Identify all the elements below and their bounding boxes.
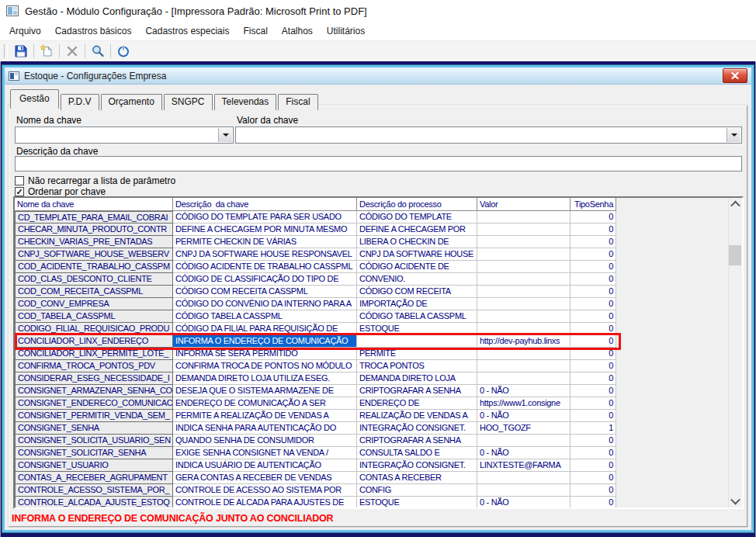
grid-cell[interactable]: 0 bbox=[570, 248, 616, 261]
grid-cell[interactable] bbox=[477, 273, 570, 286]
menu-item-fiscal[interactable]: Fiscal bbox=[236, 23, 274, 40]
grid-cell[interactable]: PERMITE bbox=[357, 348, 477, 360]
table-row[interactable]: CONSIDERAR_ESEG_NECESSIDADE_IDEMANDA DIR… bbox=[15, 372, 616, 385]
grid-cell[interactable]: QUANDO SENHA DE CONSUMIDOR bbox=[173, 435, 357, 447]
grid-cell[interactable]: COD_COM_RECEITA_CASSPML bbox=[15, 286, 173, 298]
table-row[interactable]: COD_CLAS_DESCONTO_CLIENTECÓDIGO DE CLASS… bbox=[15, 273, 616, 286]
grid-cell[interactable]: 0 bbox=[570, 435, 616, 447]
table-row[interactable]: CONTROLE_ALCADA_AJUSTE_ESTOQCONTROLE DE … bbox=[15, 497, 616, 509]
name-key-combobox[interactable] bbox=[15, 126, 234, 144]
grid-cell[interactable]: 0 bbox=[570, 360, 616, 372]
reload-checkbox[interactable]: Não recarregar a lista de parâmetro bbox=[15, 175, 175, 186]
grid-cell[interactable]: CONFIG bbox=[357, 484, 477, 497]
table-row[interactable]: CONFIRMA_TROCA_PONTOS_PDVCONFIRMA TROCA … bbox=[15, 360, 616, 372]
grid-cell[interactable]: CONVENIO. bbox=[357, 273, 477, 286]
grid-cell[interactable]: DEFINE A CHECAGEM POR MINUTA MESMO bbox=[173, 223, 357, 236]
grid-cell[interactable]: 0 bbox=[570, 286, 616, 298]
tab-fiscal[interactable]: Fiscal bbox=[278, 94, 317, 110]
grid-cell[interactable]: CONSULTA SALDO E bbox=[357, 447, 477, 459]
scroll-up-button[interactable] bbox=[729, 198, 742, 211]
grid-cell[interactable]: PERMITE CHECKIN DE VÁRIAS bbox=[173, 236, 357, 248]
grid-cell[interactable]: CONCILIADOR_LINX_ENDEREÇO bbox=[15, 335, 173, 348]
grid-cell[interactable]: CÓDIGO DO CONVÊNIO DA INTERNO PARA A bbox=[173, 298, 357, 310]
grid-cell[interactable]: CÓDIGO DO TEMPLATE PARA SER USADO bbox=[173, 211, 357, 223]
grid-cell[interactable]: 0 - NÃO bbox=[477, 385, 570, 397]
grid-column-header[interactable]: Valor bbox=[477, 198, 570, 211]
tab-gest-o[interactable]: Gestão bbox=[10, 89, 59, 109]
grid-cell[interactable]: 0 bbox=[570, 348, 616, 360]
grid-cell[interactable]: CONTAS_A_RECEBER_AGRUPAMENT bbox=[15, 472, 173, 484]
grid-cell[interactable]: LINXTESTE@FARMA bbox=[477, 459, 570, 472]
grid-cell[interactable]: http://dev-payhub.linxs bbox=[477, 335, 570, 348]
grid-cell[interactable]: COD_CLAS_DESCONTO_CLIENTE bbox=[15, 273, 173, 286]
grid-cell[interactable]: CÓDIGO TABELA CASSPML bbox=[357, 310, 477, 323]
menu-item-cadastros-básicos[interactable]: Cadastros básicos bbox=[48, 23, 139, 40]
grid-cell[interactable] bbox=[477, 323, 570, 335]
table-row[interactable]: CONSIGNET_USUARIOINDICA USUÁRIO DE AUTEN… bbox=[15, 459, 616, 472]
menu-item-cadastros-especiais[interactable]: Cadastros especiais bbox=[138, 23, 236, 40]
grid-cell[interactable]: INTEGRAÇÃO CONSIGNET. bbox=[357, 422, 477, 435]
grid-cell[interactable]: CONSIGNET_ENDERECO_COMUNICAC bbox=[15, 397, 173, 410]
grid-cell[interactable]: 0 bbox=[570, 335, 616, 348]
grid-cell[interactable] bbox=[477, 248, 570, 261]
grid-cell[interactable]: 0 bbox=[570, 211, 616, 223]
table-row[interactable]: CONCILIADOR_LINX_PERMITE_LOTE_INFORMA SE… bbox=[15, 348, 616, 360]
grid-cell[interactable]: 0 bbox=[570, 497, 616, 509]
table-row[interactable]: COD_CONV_EMPRESACÓDIGO DO CONVÊNIO DA IN… bbox=[15, 298, 616, 310]
grid-cell[interactable]: DEMANDA DIRETO LOJA UTILIZA ESEG. bbox=[173, 372, 357, 385]
grid-cell[interactable]: CNPJ_SOFTWARE_HOUSE_WEBSERV bbox=[15, 248, 173, 261]
grid-cell[interactable] bbox=[477, 484, 570, 497]
name-key-dropdown-button[interactable] bbox=[218, 128, 232, 142]
grid-cell[interactable]: CÓDIGO DO TEMPLATE bbox=[357, 211, 477, 223]
grid-cell[interactable]: CONSIGNET_SENHA bbox=[15, 422, 173, 435]
grid-cell[interactable]: CÓDIGO COM RECEITA bbox=[357, 286, 477, 298]
scrollbar-thumb[interactable] bbox=[729, 245, 741, 265]
grid-cell[interactable]: 0 bbox=[570, 310, 616, 323]
table-row[interactable]: CONSIGNET_ARMAZENAR_SENHA_CODESEJA QUE O… bbox=[15, 385, 616, 397]
table-row[interactable]: CD_TEMPLATE_PARA_EMAIL_COBRAICÓDIGO DO T… bbox=[15, 211, 616, 223]
save-button[interactable] bbox=[11, 43, 31, 60]
grid-cell[interactable]: CONSIGNET_USUARIO bbox=[15, 459, 173, 472]
reload-checkbox-box[interactable] bbox=[15, 176, 24, 185]
tab-televendas[interactable]: Televendas bbox=[214, 94, 277, 110]
table-row[interactable]: CODIGO_FILIAL_REQUISICAO_PRODUCÓDIGO DA … bbox=[15, 323, 616, 335]
toolbar-grip[interactable] bbox=[4, 44, 8, 58]
table-row[interactable]: CONTROLE_ACESSO_SISTEMA_POR_CONTROLE DE … bbox=[15, 484, 616, 497]
grid-cell[interactable]: INFORMA SE SERÁ PERMITIDO bbox=[173, 348, 357, 360]
grid-cell[interactable]: INTEGRAÇÃO CONSIGNET. bbox=[357, 459, 477, 472]
grid-cell[interactable]: 0 bbox=[570, 323, 616, 335]
delete-button[interactable] bbox=[62, 43, 82, 60]
table-row[interactable]: COD_ACIDENTE_TRABALHO_CASSPMCÓDIGO ACIDE… bbox=[15, 261, 616, 273]
grid-cell[interactable]: CONSIGNET_SOLICITA_USUARIO_SEN bbox=[15, 435, 173, 447]
grid-cell[interactable]: CONFIRMA TROCA DE PONTOS NO MÓDULO bbox=[173, 360, 357, 372]
grid-cell[interactable] bbox=[477, 223, 570, 236]
dialog-titlebar[interactable]: Estoque - Configurações Empresa bbox=[5, 68, 751, 85]
grid-cell[interactable]: LIBERA O CHECKIN DE bbox=[357, 236, 477, 248]
menu-item-utilitários[interactable]: Utilitários bbox=[320, 23, 372, 40]
grid-cell[interactable]: CNPJ DA SOFTWARE HOUSE RESPONSAVEL bbox=[173, 248, 357, 261]
grid-cell[interactable]: COD_ACIDENTE_TRABALHO_CASSPM bbox=[15, 261, 173, 273]
grid-cell[interactable]: CONFIRMA_TROCA_PONTOS_PDV bbox=[15, 360, 173, 372]
grid-cell[interactable]: 0 bbox=[570, 410, 616, 422]
grid-cell[interactable]: ESTOQUE bbox=[357, 323, 477, 335]
close-button[interactable] bbox=[723, 68, 747, 83]
grid-cell[interactable]: CONTAS A RECEBER bbox=[357, 472, 477, 484]
new-record-button[interactable] bbox=[36, 43, 57, 60]
grid-cell[interactable]: CD_TEMPLATE_PARA_EMAIL_COBRAI bbox=[15, 211, 173, 223]
table-row[interactable]: CONSIGNET_SENHAINDICA SENHA PARA AUTENTI… bbox=[15, 422, 616, 435]
grid-cell[interactable]: CÓDIGO ACIDENTE DE TRABALHO CASSPML bbox=[173, 261, 357, 273]
tab-or-amento[interactable]: Orçamento bbox=[101, 94, 162, 110]
grid-cell[interactable]: 0 bbox=[570, 397, 616, 410]
grid-cell[interactable]: CONTROLE DE ALCADA PARA AJUSTES DE bbox=[173, 497, 357, 509]
grid-cell[interactable]: CONTROLE_ACESSO_SISTEMA_POR_ bbox=[15, 484, 173, 497]
table-row[interactable]: CONTAS_A_RECEBER_AGRUPAMENTGERA CONTAS A… bbox=[15, 472, 616, 484]
grid-cell[interactable]: INFORMA O ENDEREÇO DE COMUNICAÇÃO bbox=[173, 335, 357, 348]
table-row[interactable]: COD_TABELA_CASSPMLCÓDIGO TABELA CASSPMLC… bbox=[15, 310, 616, 323]
grid-cell[interactable]: 0 - NÃO bbox=[477, 497, 570, 509]
grid-cell[interactable]: HOO_TGOZF bbox=[477, 422, 570, 435]
search-button[interactable] bbox=[88, 43, 108, 60]
grid-column-header[interactable]: Nome da chave bbox=[15, 198, 173, 211]
grid-cell[interactable]: 0 bbox=[570, 459, 616, 472]
grid-cell[interactable]: ENDEREÇO DE COMUNICAÇÃO A SER bbox=[173, 397, 357, 410]
grid-cell[interactable]: 0 bbox=[570, 372, 616, 385]
